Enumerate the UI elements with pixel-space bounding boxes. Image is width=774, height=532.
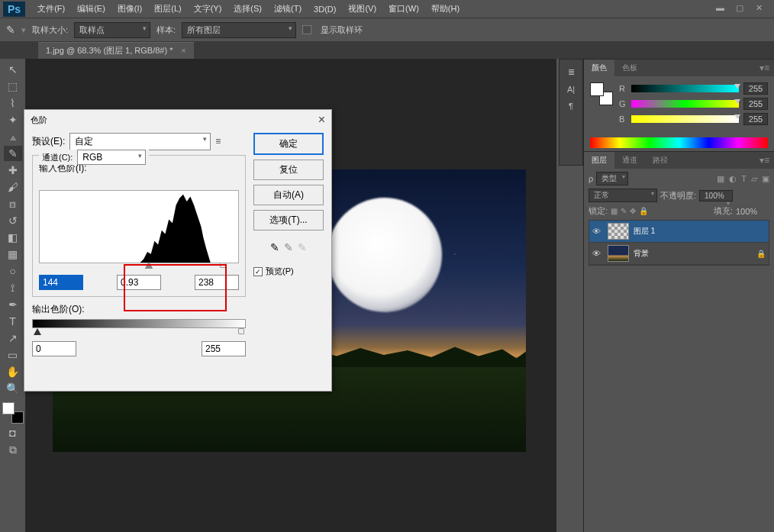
channel-dropdown[interactable]: RGB (77, 150, 146, 165)
filter-smart-icon[interactable]: ▣ (762, 174, 769, 184)
sample-dropdown[interactable]: 所有图层 (182, 22, 296, 38)
lasso-tool[interactable]: ⌇ (4, 95, 22, 111)
layer-name[interactable]: 图层 1 (634, 226, 655, 237)
panel-menu-icon[interactable]: ▾≡ (759, 63, 769, 73)
shadow-input[interactable] (39, 275, 83, 290)
show-ring-checkbox[interactable] (302, 25, 311, 34)
wand-tool[interactable]: ✦ (4, 112, 22, 127)
tab-channels[interactable]: 通道 (614, 152, 645, 169)
output-lo-input[interactable] (32, 341, 76, 356)
tab-color[interactable]: 颜色 (584, 60, 614, 76)
menu-edit[interactable]: 编辑(E) (71, 3, 111, 15)
panel-menu-icon[interactable]: ▾≡ (759, 155, 769, 166)
menu-image[interactable]: 图像(I) (111, 3, 148, 15)
lock-move-icon[interactable]: ✥ (630, 207, 636, 215)
pen-tool[interactable]: ✒ (4, 297, 22, 312)
quickmask-tool[interactable]: ◘ (4, 425, 22, 440)
move-tool[interactable]: ↖ (4, 62, 22, 77)
ok-button[interactable]: 确定 (253, 133, 324, 155)
blend-mode-dropdown[interactable]: 正常 (589, 189, 657, 202)
type-tool[interactable]: T (4, 314, 22, 329)
output-hi-input[interactable] (202, 341, 246, 356)
dialog-titlebar[interactable]: 色阶 × (24, 110, 331, 130)
preset-dropdown[interactable]: 自定 (69, 133, 211, 150)
tab-paths[interactable]: 路径 (645, 152, 676, 169)
minimize-icon[interactable]: ▬ (716, 3, 727, 12)
history-icon[interactable]: ≣ (568, 67, 575, 77)
menu-help[interactable]: 帮助(H) (425, 3, 466, 15)
tab-close-icon[interactable]: × (181, 46, 185, 55)
panel-color-swatches[interactable] (590, 82, 613, 105)
spectrum-bar[interactable] (590, 137, 768, 148)
heal-tool[interactable]: ✚ (4, 163, 22, 178)
zoom-tool[interactable]: 🔍 (4, 381, 22, 396)
opacity-field[interactable]: 100% (699, 190, 733, 202)
filter-kind-dropdown[interactable]: 类型 (596, 172, 628, 185)
tab-swatches[interactable]: 色板 (614, 60, 645, 76)
fill-field[interactable]: 100% (736, 207, 769, 216)
marquee-tool[interactable]: ⬚ (4, 79, 22, 94)
blur-tool[interactable]: ○ (4, 263, 22, 279)
visibility-icon[interactable]: 👁 (592, 249, 603, 258)
layer-thumbnail[interactable] (608, 223, 629, 240)
fg-color-swatch[interactable] (2, 402, 15, 414)
g-value[interactable]: 255 (743, 98, 768, 110)
close-icon[interactable]: ✕ (756, 3, 766, 12)
menu-view[interactable]: 视图(V) (342, 3, 382, 15)
auto-button[interactable]: 自动(A) (253, 185, 324, 205)
history-brush-tool[interactable]: ↺ (4, 213, 22, 228)
gradient-tool[interactable]: ▦ (4, 247, 22, 262)
black-point-eyedropper[interactable]: ✎ (270, 241, 279, 253)
preset-menu-icon[interactable]: ≡ (215, 136, 227, 148)
crop-tool[interactable]: ⟁ (4, 129, 22, 144)
document-tab[interactable]: 1.jpg @ 68.3% (图层 1, RGB/8#) * × (38, 42, 194, 59)
menu-3d[interactable]: 3D(D) (308, 5, 342, 14)
midtone-input[interactable] (117, 275, 161, 290)
filter-type-icon[interactable]: T (741, 174, 747, 184)
r-slider[interactable] (631, 85, 739, 92)
eyedropper-tool[interactable]: ✎ (4, 146, 22, 161)
eraser-tool[interactable]: ◧ (4, 230, 22, 245)
r-value[interactable]: 255 (743, 82, 768, 95)
highlight-input[interactable] (195, 275, 239, 290)
menu-file[interactable]: 文件(F) (31, 3, 71, 15)
stamp-tool[interactable]: ⧈ (4, 196, 22, 211)
shape-tool[interactable]: ▭ (4, 347, 22, 363)
preview-checkbox[interactable]: ✓ (253, 267, 263, 276)
color-swatches[interactable] (2, 402, 24, 424)
b-value[interactable]: 255 (743, 113, 768, 125)
visibility-icon[interactable]: 👁 (592, 227, 603, 236)
lock-paint-icon[interactable]: ✎ (621, 207, 627, 215)
menu-window[interactable]: 窗口(W) (382, 3, 425, 15)
g-slider[interactable] (631, 100, 739, 108)
paragraph-icon[interactable]: ¶ (569, 102, 573, 111)
sample-size-dropdown[interactable]: 取样点 (74, 22, 150, 38)
menu-type[interactable]: 文字(Y) (188, 3, 228, 15)
layer-row[interactable]: 👁 图层 1 (589, 221, 769, 243)
lock-trans-icon[interactable]: ▦ (611, 207, 618, 215)
brush-tool[interactable]: 🖌 (4, 179, 22, 195)
tab-layers[interactable]: 图层 (584, 152, 614, 169)
menu-layer[interactable]: 图层(L) (148, 3, 187, 15)
filter-pixel-icon[interactable]: ▦ (717, 174, 724, 184)
menu-filter[interactable]: 滤镜(T) (268, 3, 308, 15)
path-select-tool[interactable]: ↗ (4, 330, 22, 346)
layer-row[interactable]: 👁 背景 🔒 (589, 243, 769, 265)
output-shadow-slider[interactable] (34, 328, 41, 335)
output-highlight-slider[interactable] (238, 328, 244, 334)
options-button[interactable]: 选项(T)... (253, 210, 324, 231)
dialog-close-icon[interactable]: × (318, 113, 325, 127)
menu-select[interactable]: 选择(S) (227, 3, 268, 15)
character-icon[interactable]: A| (567, 85, 575, 94)
filter-shape-icon[interactable]: ▱ (751, 174, 757, 184)
filter-adjust-icon[interactable]: ◐ (729, 174, 737, 184)
layer-thumbnail[interactable] (608, 245, 629, 262)
dodge-tool[interactable]: ⟟ (4, 280, 22, 295)
b-slider[interactable] (631, 115, 739, 123)
white-point-eyedropper[interactable]: ✎ (298, 241, 307, 253)
eyedropper-icon[interactable]: ✎ (6, 24, 15, 36)
lock-all-icon[interactable]: 🔒 (639, 207, 648, 215)
layer-name[interactable]: 背景 (634, 248, 649, 259)
gray-point-eyedropper[interactable]: ✎ (284, 241, 293, 253)
hand-tool[interactable]: ✋ (4, 364, 22, 379)
